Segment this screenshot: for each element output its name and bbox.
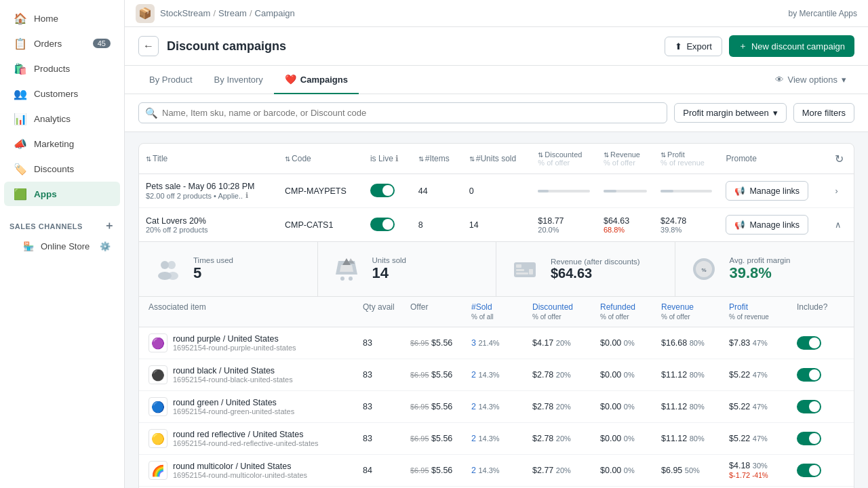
sidebar-item-products[interactable]: 🛍️ Products <box>4 56 120 81</box>
item-sku: 16952154-round-red-reflective-united-sta… <box>173 439 319 447</box>
apps-icon: 🟩 <box>14 187 27 201</box>
assoc-col-refunded[interactable]: Refunded% of offer <box>600 302 661 321</box>
export-button[interactable]: ⬆ Export <box>665 37 722 56</box>
item-include-toggle[interactable] <box>797 400 844 414</box>
svg-text:%: % <box>701 267 706 273</box>
search-input[interactable] <box>138 102 667 123</box>
item-profit: $5.22 47% <box>729 434 797 443</box>
col-discounted[interactable]: ⇅Discounted% of offer <box>531 144 597 174</box>
assoc-rows: 🟣 round purple / United States 16952154-… <box>139 327 854 488</box>
new-campaign-button[interactable]: ＋ New discount campaign <box>729 35 854 57</box>
item-name: round multicolor / United States <box>173 462 307 471</box>
page-title: Discount campaigns <box>167 39 286 54</box>
back-button[interactable]: ← <box>138 36 159 56</box>
col-live[interactable]: is Live ℹ <box>363 144 412 174</box>
view-options-button[interactable]: 👁 View options ▾ <box>767 69 854 90</box>
item-thumb: 🟣 <box>149 333 167 352</box>
revenue-bar <box>604 190 647 192</box>
col-revenue[interactable]: ⇅Revenue% of offer <box>597 144 654 174</box>
assoc-list-item: 🔵 round green / United States 16952154-r… <box>139 391 854 423</box>
items-count: 8 <box>412 208 462 242</box>
more-filters-button[interactable]: More filters <box>793 103 854 123</box>
col-title[interactable]: ⇅Title <box>139 144 278 174</box>
chevron-down-icon: ▾ <box>842 75 846 85</box>
svg-marker-5 <box>340 265 353 272</box>
item-discounted: $2.78 20% <box>532 402 600 411</box>
store-icon: 🏪 <box>23 241 34 251</box>
assoc-col-sold[interactable]: #Sold% of all <box>471 302 532 321</box>
sidebar-item-marketing[interactable]: 📣 Marketing <box>4 131 120 156</box>
sidebar-item-orders[interactable]: 📋 Orders 45 <box>4 31 120 56</box>
item-discounted: $2.78 20% <box>532 434 600 443</box>
profit-margin-filter[interactable]: Profit margin between ▾ <box>674 103 786 123</box>
live-toggle[interactable] <box>370 218 395 231</box>
view-icon: 👁 <box>775 75 784 85</box>
campaigns-table: ⇅Title ⇅Code is Live ℹ ⇅#Items ⇅#Units s… <box>138 143 854 488</box>
units-sold-count: 0 <box>462 174 532 208</box>
col-units-sold[interactable]: ⇅#Units sold <box>462 144 532 174</box>
item-cell: 🔵 round green / United States 16952154-r… <box>149 397 363 416</box>
megaphone-icon: 📢 <box>734 186 745 196</box>
sidebar-item-home[interactable]: 🏠 Home <box>4 6 120 30</box>
add-channel-icon[interactable]: ＋ <box>104 219 115 233</box>
item-include-toggle[interactable] <box>797 432 844 446</box>
filter-chevron-icon: ▾ <box>773 108 778 118</box>
item-include-toggle[interactable] <box>797 464 844 478</box>
sidebar-item-analytics[interactable]: 📊 Analytics <box>4 106 120 131</box>
customers-icon: 👥 <box>14 87 27 100</box>
sidebar-item-apps[interactable]: 🟩 Apps <box>4 182 120 206</box>
item-name: round green / United States <box>173 398 294 407</box>
item-revenue: $11.12 80% <box>661 434 729 443</box>
item-revenue: $11.12 80% <box>661 370 729 380</box>
col-items[interactable]: ⇅#Items <box>412 144 462 174</box>
campaign-sub: 20% off 2 products <box>146 226 271 234</box>
stats-row: Times used 5 <box>139 241 854 296</box>
page-header: ← Discount campaigns ⬆ Export ＋ New disc… <box>125 27 868 66</box>
svg-point-6 <box>340 277 344 281</box>
tab-by-inventory[interactable]: By Inventory <box>203 66 274 94</box>
table-row: Cat Lovers 20% 20% off 2 products CMP-CA… <box>139 208 854 242</box>
revenue-val: $64.63 68.8% <box>597 208 654 242</box>
col-code[interactable]: ⇅Code <box>278 144 363 174</box>
profit-margin-value: 39.8% <box>730 264 791 282</box>
item-include-toggle[interactable] <box>797 368 844 382</box>
campaign-code: CMP-MAYPETS <box>278 174 363 208</box>
manage-links-button[interactable]: 📢 Manage links <box>726 181 808 201</box>
col-refresh[interactable]: ↻ <box>828 144 854 174</box>
item-sold: 2 14.3% <box>471 370 532 380</box>
assoc-table-header: Associated item Qty avail Offer #Sold% o… <box>139 297 854 327</box>
times-used-icon <box>151 253 184 285</box>
profit-bar <box>660 190 712 192</box>
tab-campaigns[interactable]: ❤️ Campaigns <box>274 66 359 94</box>
export-icon: ⬆ <box>675 41 682 52</box>
sidebar-item-customers[interactable]: 👥 Customers <box>4 81 120 106</box>
discounted-val: $18.77 20.0% <box>531 208 597 242</box>
live-toggle[interactable] <box>370 184 395 197</box>
item-cell: ⚫ round black / United States 16952154-r… <box>149 365 363 384</box>
tab-by-product[interactable]: By Product <box>138 66 203 94</box>
item-discounted: $2.78 20% <box>532 370 600 380</box>
assoc-col-profit[interactable]: Profit% of revenue <box>729 302 797 321</box>
assoc-list-item: ⚫ round black / United States 16952154-r… <box>139 359 854 391</box>
items-count: 44 <box>412 174 462 208</box>
assoc-col-revenue[interactable]: Revenue% of offer <box>661 302 729 321</box>
sidebar-item-discounts[interactable]: 🏷️ Discounts <box>4 157 120 181</box>
col-profit[interactable]: ⇅Profit% of revenue <box>654 144 719 174</box>
sidebar-item-online-store[interactable]: 🏪 Online Store ⚙️ <box>4 237 120 256</box>
assoc-col-include: Include? <box>797 302 844 321</box>
main-content: 📦 StockStream / Stream / Campaign by Mer… <box>125 0 868 488</box>
revenue-value: $64.63 <box>551 266 640 281</box>
store-settings-icon[interactable]: ⚙️ <box>100 241 111 251</box>
item-sku: 16952154-round-multicolor-united-states <box>173 471 307 479</box>
item-offer: $6.95 $5.56 <box>410 370 471 380</box>
manage-links-button[interactable]: 📢 Manage links <box>726 215 808 235</box>
item-include-toggle[interactable] <box>797 336 844 350</box>
campaign-code: CMP-CATS1 <box>278 208 363 242</box>
item-refunded: $0.00 0% <box>600 466 661 475</box>
assoc-col-discounted[interactable]: Discounted% of offer <box>532 302 600 321</box>
stat-units-sold: Units sold 14 <box>318 242 497 296</box>
associated-items-table: Associated item Qty avail Offer #Sold% o… <box>139 296 854 488</box>
campaign-sub: $2.00 off 2 products • Applie.. ℹ <box>146 191 271 200</box>
collapse-icon[interactable]: ∧ <box>835 220 842 230</box>
expand-icon[interactable]: › <box>835 186 837 196</box>
